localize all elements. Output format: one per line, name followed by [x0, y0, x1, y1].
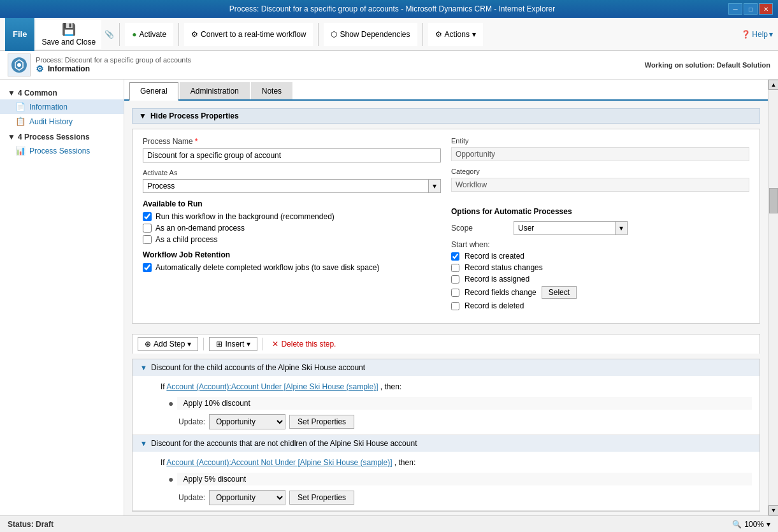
- activate-as-dropdown-button[interactable]: ▾: [429, 179, 441, 193]
- help-icon: ❓: [741, 30, 751, 39]
- step1-action-text: Apply 10% discount: [177, 397, 752, 410]
- actions-icon: ⚙: [435, 30, 442, 39]
- start-when-options: Record is created Record status changes …: [451, 252, 749, 310]
- activate-as-label: Activate As: [143, 169, 441, 176]
- actions-button[interactable]: ⚙ Actions ▾: [428, 23, 483, 46]
- activate-as-row: Activate As ▾: [143, 169, 441, 193]
- ribbon-separator-4: [422, 23, 423, 46]
- deps-icon: ⬡: [331, 30, 337, 39]
- scrollbar-thumb[interactable]: [769, 188, 778, 213]
- scrollbar-down-button[interactable]: ▼: [768, 505, 778, 515]
- start-when-assigned-row: Record is assigned: [451, 275, 749, 284]
- insert-button[interactable]: ⊞ Insert ▾: [209, 337, 257, 351]
- status-text: Status: Draft: [8, 520, 54, 529]
- step2-update-row: Update: Opportunity Set Properties: [153, 487, 760, 508]
- section-collapse-icon: ▼: [139, 111, 147, 120]
- content-area: General Administration Notes ▼ Hide Proc…: [124, 80, 768, 515]
- step2-set-props-button[interactable]: Set Properties: [289, 491, 354, 505]
- restore-button[interactable]: □: [744, 3, 758, 15]
- checkbox-record-deleted[interactable]: [451, 302, 459, 310]
- start-when-label: Start when:: [451, 240, 749, 249]
- step1-collapse-icon[interactable]: ▼: [140, 364, 147, 371]
- sidebar-item-process-sessions[interactable]: 📊 Process Sessions: [0, 143, 124, 158]
- section-header-process-properties[interactable]: ▼ Hide Process Properties: [132, 108, 760, 124]
- step1-update-select[interactable]: Opportunity: [209, 414, 285, 429]
- title-bar: Process: Discount for a specific group o…: [0, 0, 778, 18]
- step2-update-select[interactable]: Opportunity: [209, 490, 285, 505]
- activate-as-input[interactable]: [143, 179, 429, 193]
- checkbox-record-assigned[interactable]: [451, 275, 459, 284]
- process-name-row: Process Name *: [143, 137, 441, 162]
- step-block-2: ▼ Discount for the accounts that are not…: [133, 435, 760, 511]
- sidebar-item-audit-history[interactable]: 📋 Audit History: [0, 114, 124, 129]
- retention-checkbox[interactable]: [143, 263, 152, 272]
- close-button[interactable]: ✕: [759, 3, 773, 15]
- save-close-button[interactable]: 💾 Save and Close: [36, 20, 101, 49]
- tab-administration[interactable]: Administration: [180, 82, 250, 99]
- tab-notes[interactable]: Notes: [251, 82, 292, 99]
- minimize-button[interactable]: ─: [728, 3, 742, 15]
- step1-select-wrap: Opportunity: [209, 414, 285, 429]
- delete-step-button[interactable]: ✕ Delete this step.: [268, 338, 340, 350]
- checkbox-background[interactable]: [143, 212, 152, 221]
- checkbox-on-demand[interactable]: [143, 224, 152, 233]
- step1-bullet: ●: [168, 398, 173, 408]
- workflow-retention-label: Workflow Job Retention: [143, 250, 441, 259]
- convert-button[interactable]: ⚙ Convert to a real-time workflow: [184, 23, 313, 46]
- step1-set-props-button[interactable]: Set Properties: [289, 415, 354, 429]
- app-header: Process: Discount for a specific group o…: [0, 51, 778, 80]
- step2-action-1: ● Apply 5% discount: [153, 471, 760, 487]
- scrollbar-up-button[interactable]: ▲: [768, 80, 778, 90]
- step2-collapse-icon[interactable]: ▼: [140, 440, 147, 447]
- sidebar-section-process-sessions[interactable]: ▼ 4 Process Sessions: [0, 129, 124, 143]
- sidebar-item-information[interactable]: 📄 Information: [0, 99, 124, 114]
- checkbox-on-demand-row: As an on-demand process: [143, 224, 441, 233]
- checkbox-record-status[interactable]: [451, 264, 459, 272]
- step2-bullet: ●: [168, 474, 173, 484]
- file-button[interactable]: File: [5, 18, 34, 51]
- checkbox-child[interactable]: [143, 235, 152, 244]
- step1-update-row: Update: Opportunity Set Properties: [153, 412, 760, 432]
- tabs-bar: General Administration Notes: [124, 80, 768, 101]
- step1-condition-link[interactable]: Account (Account):Account Under [Alpine …: [166, 382, 378, 391]
- step1-update-label: Update:: [178, 417, 205, 426]
- attachment-button[interactable]: 📎: [103, 23, 115, 46]
- help-dropdown-icon: ▾: [769, 30, 773, 39]
- insert-dropdown-icon: ▾: [247, 340, 250, 349]
- help-button[interactable]: ❓ Help ▾: [741, 30, 773, 39]
- scope-dropdown-button[interactable]: ▾: [616, 221, 628, 235]
- step1-header-text: Discount for the child accounts of the A…: [151, 363, 365, 372]
- checkbox-record-fields[interactable]: [451, 289, 459, 297]
- working-solution: Working on solution: Default Solution: [645, 61, 770, 69]
- step2-condition-link[interactable]: Account (Account):Account Not Under [Alp…: [166, 458, 392, 467]
- content-panel: ▼ Hide Process Properties Process Name *: [124, 101, 768, 515]
- process-name-input[interactable]: [143, 148, 441, 162]
- start-when-section: Start when: Record is created Record sta…: [451, 240, 749, 310]
- entity-row: Entity: [451, 137, 749, 161]
- insert-icon: ⊞: [216, 340, 222, 349]
- tab-general[interactable]: General: [129, 82, 178, 101]
- activate-button[interactable]: ● Activate: [125, 23, 173, 46]
- step2-action-text: Apply 5% discount: [177, 473, 752, 485]
- step2-condition: If Account (Account):Account Not Under […: [153, 454, 760, 471]
- common-arrow-icon: ▼: [8, 89, 15, 97]
- sidebar-section-common[interactable]: ▼ 4 Common: [0, 85, 124, 99]
- select-fields-button[interactable]: Select: [542, 286, 577, 299]
- add-step-button[interactable]: ⊕ Add Step ▾: [138, 337, 198, 351]
- process-sessions-icon: 📊: [15, 146, 25, 155]
- ribbon-separator-3: [318, 23, 319, 46]
- steps-separator-1: [203, 338, 204, 350]
- status-bar: Status: Draft 🔍 100% ▾: [0, 515, 778, 532]
- step1-body: If Account (Account):Account Under [Alpi…: [133, 376, 760, 435]
- show-deps-button[interactable]: ⬡ Show Dependencies: [324, 23, 417, 46]
- breadcrumb: Process: Discount for a specific group o…: [36, 56, 191, 64]
- scope-row: Scope ▾: [451, 221, 749, 235]
- scope-input[interactable]: [514, 221, 616, 235]
- options-section: Options for Automatic Processes Scope ▾: [451, 202, 749, 315]
- process-sessions-arrow-icon: ▼: [8, 133, 15, 141]
- checkbox-record-created[interactable]: [451, 252, 459, 261]
- available-to-run-label: Available to Run: [143, 199, 441, 208]
- step-header-1: ▼ Discount for the child accounts of the…: [133, 359, 760, 376]
- zoom-level: 100%: [744, 520, 764, 529]
- actions-dropdown-icon: ▾: [472, 30, 476, 39]
